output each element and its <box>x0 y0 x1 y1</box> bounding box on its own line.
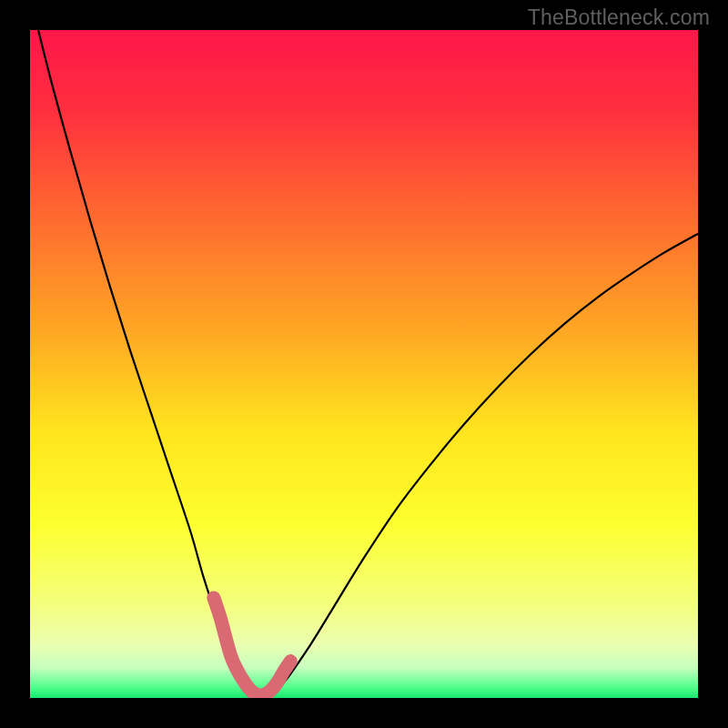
plot-area <box>30 30 698 698</box>
bottleneck-chart <box>30 30 698 698</box>
gradient-background <box>30 30 698 698</box>
chart-frame: TheBottleneck.com <box>0 0 728 728</box>
watermark-label: TheBottleneck.com <box>528 5 710 30</box>
